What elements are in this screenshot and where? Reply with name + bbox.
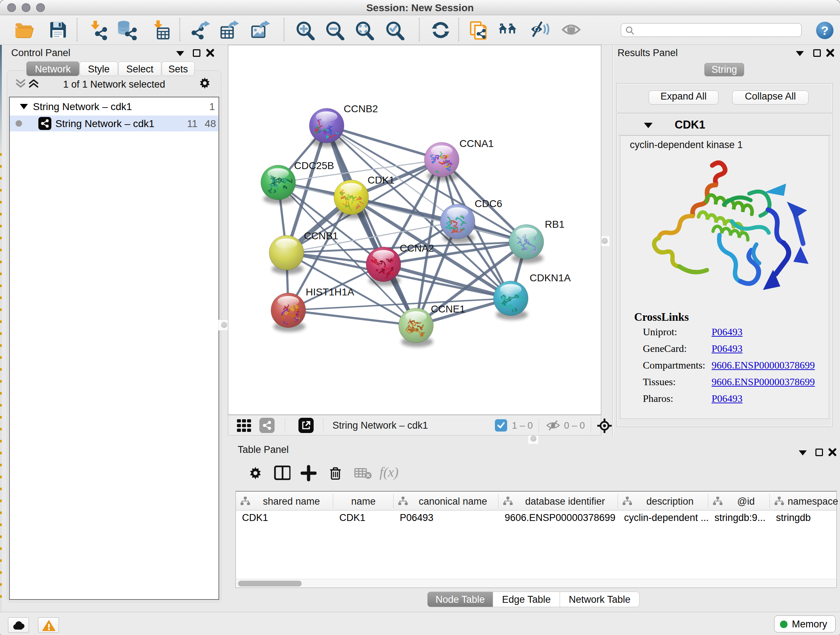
expand-all-button[interactable]: Expand All bbox=[649, 90, 718, 105]
node-RB1[interactable]: RB1 bbox=[509, 219, 564, 264]
crosslink-value-link[interactable]: P06493 bbox=[712, 343, 743, 355]
title-bar: Session: New Session bbox=[0, 0, 840, 15]
crosslink-value-link[interactable]: P06493 bbox=[712, 393, 743, 404]
tab-edge-table[interactable]: Edge Table bbox=[493, 592, 560, 607]
node-CCNE1[interactable]: CCNE1 bbox=[399, 303, 465, 347]
cell-databaseidentifier[interactable]: 9606.ENSP00000378699 bbox=[499, 510, 618, 525]
save-session-icon[interactable] bbox=[48, 20, 68, 40]
cell-id[interactable]: stringdb:9... bbox=[708, 510, 770, 525]
results-panel-close-icon[interactable] bbox=[826, 49, 834, 57]
tab-style[interactable]: Style bbox=[80, 62, 118, 76]
crosslink-value-link[interactable]: 9606.ENSP00000378699 bbox=[712, 359, 815, 371]
table-row[interactable]: CDK1CDK1P064939606.ENSP00000378699cyclin… bbox=[236, 510, 836, 525]
open-in-window-button[interactable] bbox=[298, 418, 314, 433]
network-canvas[interactable]: CCNB2CCNA1CDC25BCDK1CDC6RB1CCNB1CCNA2CDK… bbox=[228, 45, 601, 415]
warning-button[interactable] bbox=[38, 617, 59, 633]
export-image-icon[interactable] bbox=[250, 20, 271, 40]
hide-unhide-icon[interactable] bbox=[531, 20, 551, 40]
import-network-icon-svg bbox=[88, 20, 109, 40]
column-label: shared name bbox=[250, 492, 332, 511]
import-network-icon[interactable] bbox=[88, 20, 109, 40]
network-options-gear-icon[interactable] bbox=[199, 77, 211, 89]
node-CCNA1[interactable]: CCNA1 bbox=[424, 138, 494, 181]
table-horizontal-scrollbar[interactable] bbox=[236, 579, 836, 587]
node-CDK1[interactable]: CDK1 bbox=[334, 174, 395, 219]
collection-expand-icon[interactable] bbox=[20, 104, 28, 109]
statusbar-separator bbox=[323, 418, 324, 432]
cell-sharedname[interactable]: CDK1 bbox=[236, 510, 333, 525]
birds-eye-view-icon[interactable] bbox=[236, 418, 252, 434]
collapse-all-button[interactable]: Collapse All bbox=[732, 90, 808, 105]
table-add-icon[interactable] bbox=[301, 465, 317, 481]
network-graph: CCNB2CCNA1CDC25BCDK1CDC6RB1CCNB1CCNA2CDK… bbox=[228, 45, 601, 415]
crosslink-value-link[interactable]: P06493 bbox=[712, 326, 743, 338]
network-current-dot-icon bbox=[16, 120, 22, 127]
control-panel-title: Control Panel bbox=[11, 48, 71, 59]
toolbar-separator bbox=[77, 18, 77, 41]
column-header-canonicalname[interactable]: canonical name bbox=[393, 492, 499, 510]
scrollbar-thumb[interactable] bbox=[238, 581, 302, 586]
cell-name[interactable]: CDK1 bbox=[333, 510, 393, 525]
cloud-button[interactable] bbox=[8, 617, 29, 633]
column-header-databaseidentifier[interactable]: database identifier bbox=[499, 492, 618, 510]
table-panel-float-icon[interactable] bbox=[815, 448, 823, 456]
memory-button[interactable]: Memory bbox=[774, 616, 836, 632]
table-gear-icon[interactable] bbox=[248, 465, 262, 481]
export-table-icon[interactable] bbox=[219, 20, 240, 40]
import-database-icon[interactable] bbox=[117, 20, 137, 40]
import-table-icon[interactable] bbox=[150, 20, 171, 40]
zoom-selected-icon-svg bbox=[384, 20, 404, 40]
shared-column-icon bbox=[713, 496, 723, 506]
tab-select[interactable]: Select bbox=[118, 62, 161, 76]
cell-description[interactable]: cyclin-dependent ... bbox=[618, 510, 708, 525]
cell-namespace[interactable]: stringdb bbox=[770, 510, 840, 525]
open-session-icon[interactable] bbox=[14, 20, 34, 40]
results-button-group: Expand All Collapse All bbox=[616, 83, 833, 112]
table-delete-column-icon[interactable] bbox=[354, 465, 371, 481]
zoom-in-icon[interactable] bbox=[294, 20, 315, 40]
tab-network-table[interactable]: Network Table bbox=[560, 592, 639, 607]
node-CDKN1A[interactable]: CDKN1A bbox=[493, 272, 571, 320]
column-header-sharedname[interactable]: shared name bbox=[236, 492, 333, 510]
results-panel-float-icon[interactable] bbox=[813, 49, 821, 57]
tab-network[interactable]: Network bbox=[27, 62, 79, 76]
share-network-button[interactable] bbox=[259, 418, 275, 433]
results-tab-string[interactable]: String bbox=[704, 63, 744, 76]
zoom-fit-icon[interactable] bbox=[354, 20, 374, 40]
column-header-name[interactable]: name bbox=[333, 492, 393, 510]
fit-selected-crosshair-icon[interactable] bbox=[597, 418, 612, 433]
control-panel-menu-icon[interactable] bbox=[176, 51, 184, 56]
table-columns-icon[interactable] bbox=[274, 465, 291, 481]
table-delete-icon[interactable] bbox=[329, 465, 343, 481]
table-panel-menu-icon[interactable] bbox=[799, 450, 807, 455]
edge-HIST1H1A-CCNE1[interactable] bbox=[288, 310, 416, 325]
control-panel-float-icon[interactable] bbox=[193, 49, 201, 57]
function-builder-button[interactable]: f(x) bbox=[379, 464, 399, 480]
node-CCNB1[interactable]: CCNB1 bbox=[269, 230, 338, 274]
tab-node-table[interactable]: Node Table bbox=[427, 592, 493, 607]
column-header-description[interactable]: description bbox=[618, 492, 708, 510]
zoom-selected-icon[interactable] bbox=[384, 20, 404, 40]
node-CDC6[interactable]: CDC6 bbox=[440, 198, 502, 243]
graphics-details-icon[interactable] bbox=[561, 20, 582, 40]
refresh-layout-icon[interactable] bbox=[431, 20, 451, 40]
search-input[interactable] bbox=[621, 23, 802, 37]
column-label: database identifier bbox=[513, 492, 617, 511]
results-panel-menu-icon[interactable] bbox=[796, 51, 804, 56]
network-overview-icon[interactable] bbox=[498, 20, 518, 40]
copy-style-icon[interactable] bbox=[468, 20, 488, 40]
tab-sets[interactable]: Sets bbox=[162, 62, 195, 76]
zoom-in-icon-svg bbox=[294, 20, 315, 40]
crosslink-value-link[interactable]: 9606.ENSP00000378699 bbox=[712, 376, 815, 388]
control-panel-close-icon[interactable] bbox=[206, 49, 214, 57]
cell-canonicalname[interactable]: P06493 bbox=[393, 510, 499, 525]
column-header-namespace[interactable]: namespace bbox=[770, 492, 840, 510]
table-panel-close-icon[interactable] bbox=[829, 448, 836, 456]
zoom-out-icon[interactable] bbox=[324, 20, 344, 40]
help-button[interactable]: ? bbox=[816, 22, 834, 39]
export-network-icon[interactable] bbox=[190, 20, 210, 40]
network-row-selected[interactable]: String Network – cdk1 11 48 bbox=[10, 116, 218, 131]
column-header-id[interactable]: @id bbox=[708, 492, 770, 510]
network-collection-row[interactable]: String Network – cdk1 1 bbox=[10, 97, 218, 116]
entry-collapse-icon[interactable] bbox=[644, 123, 653, 128]
